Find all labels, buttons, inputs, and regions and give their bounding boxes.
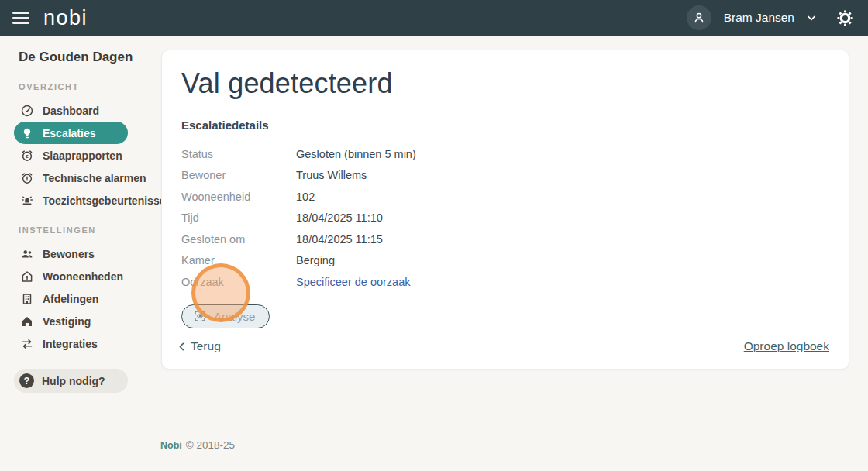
user-avatar[interactable] (687, 5, 711, 30)
detail-label: Gesloten om (181, 233, 296, 246)
question-mark-icon: ? (19, 373, 34, 388)
people-icon (20, 247, 34, 261)
chevron-down-icon[interactable] (805, 12, 818, 24)
sidebar-item-afdelingen[interactable]: Afdelingen (14, 287, 128, 310)
detail-row-gesloten-om: Gesloten om 18/04/2025 11:15 (181, 229, 829, 250)
sidebar-item-toezichtsgebeurtenissen[interactable]: Toezichtsgebeurtenissen (14, 189, 152, 211)
sidebar-item-bewoners[interactable]: Bewoners (14, 242, 128, 265)
detail-value: 18/04/2025 11:15 (296, 233, 383, 246)
home-icon (20, 315, 34, 328)
organization-name: De Gouden Dagen (19, 50, 152, 65)
back-link-label: Terug (191, 339, 221, 353)
detail-value: Gesloten (binnen 5 min) (296, 148, 416, 160)
sidebar-item-wooneenheden[interactable]: Wooneenheden (14, 265, 128, 287)
detail-label: Status (181, 148, 296, 160)
lightbulb-icon (20, 126, 34, 140)
page-title: Val gedetecteerd (181, 67, 829, 100)
detail-row-wooneenheid: Wooneenheid 102 (181, 186, 829, 208)
sidebar-item-label: Afdelingen (43, 293, 98, 305)
detail-value: Berging (296, 254, 335, 266)
detail-label: Kamer (181, 254, 296, 266)
sidebar-item-label: Wooneenheden (43, 270, 123, 283)
detail-row-bewoner: Bewoner Truus Willems (181, 165, 829, 187)
sidebar-item-label: Bewoners (43, 248, 95, 260)
sidebar-item-label: Dashboard (43, 105, 99, 117)
person-icon (691, 10, 707, 26)
detail-value: 102 (296, 191, 315, 203)
detail-row-kamer: Kamer Berging (181, 250, 829, 272)
help-label: Hulp nodig? (42, 375, 105, 387)
sidebar-item-technische-alarmen[interactable]: Technische alarmen (14, 167, 128, 189)
detail-row-oorzaak: Oorzaak Specificeer de oorzaak (181, 271, 829, 293)
sidebar-item-dashboard[interactable]: Dashboard (14, 99, 128, 122)
footer-copyright: © 2018-25 (186, 439, 235, 451)
gear-icon[interactable] (836, 9, 854, 27)
topbar: nobi Bram Jansen (0, 0, 868, 36)
section-title: Escalatiedetails (181, 119, 829, 132)
detail-label: Oorzaak (181, 276, 296, 288)
topbar-user-area: Bram Jansen (687, 5, 854, 30)
detail-label: Tijd (181, 211, 296, 224)
house-lock-icon (20, 270, 34, 284)
sidebar-item-vestiging[interactable]: Vestiging (14, 310, 128, 332)
nav-settings: Bewoners Wooneenheden (14, 242, 152, 355)
sidebar-item-label: Technische alarmen (43, 172, 146, 184)
section-label-settings: INSTELLINGEN (19, 225, 152, 235)
specify-cause-link[interactable]: Specificeer de oorzaak (296, 276, 411, 288)
sidebar-item-slaaprapporten[interactable]: z Slaaprapporten (14, 144, 128, 167)
hamburger-menu-icon[interactable] (12, 12, 29, 24)
footer-brand-link[interactable]: Nobi (160, 440, 182, 451)
detail-value: 18/04/2025 11:10 (296, 211, 383, 224)
section-label-overview: OVERZICHT (19, 82, 152, 91)
svg-text:z: z (26, 153, 29, 159)
help-button[interactable]: ? Hulp nodig? (14, 369, 128, 393)
integration-arrows-icon (20, 337, 34, 351)
nav-overview: Dashboard Escalaties z Slaaprapporten (14, 99, 152, 211)
call-log-link[interactable]: Oproep logboek (744, 339, 829, 353)
building-icon (20, 292, 34, 306)
scan-eye-icon (193, 309, 207, 323)
sidebar-item-label: Toezichtsgebeurtenissen (43, 194, 172, 207)
page-footer: Nobi © 2018-25 (160, 439, 235, 451)
card-footer: Terug Oproep logboek (176, 339, 829, 353)
sidebar-item-label: Vestiging (43, 315, 91, 328)
escalation-detail-card: Val gedetecteerd Escalatiedetails Status… (161, 50, 849, 370)
user-name: Bram Jansen (724, 11, 794, 25)
back-link[interactable]: Terug (176, 339, 221, 353)
sidebar: De Gouden Dagen OVERZICHT Dashboard Esca… (0, 36, 152, 471)
gauge-icon (20, 104, 34, 118)
detail-value: Truus Willems (296, 169, 367, 181)
detail-row-status: Status Gesloten (binnen 5 min) (181, 143, 829, 165)
detail-label: Bewoner (181, 169, 296, 181)
sidebar-item-escalaties[interactable]: Escalaties (14, 122, 128, 144)
sidebar-item-label: Integraties (43, 338, 98, 350)
analyse-button-label: Analyse (214, 310, 255, 323)
technical-alarm-icon (20, 171, 34, 185)
app-logo: nobi (43, 8, 88, 29)
detail-label: Wooneenheid (181, 191, 296, 203)
chevron-left-icon (176, 341, 188, 352)
sleep-alarm-icon: z (20, 149, 34, 163)
detail-row-tijd: Tijd 18/04/2025 11:10 (181, 208, 829, 229)
sidebar-item-integraties[interactable]: Integraties (14, 332, 128, 355)
sidebar-item-label: Escalaties (43, 127, 96, 139)
siren-icon (20, 194, 34, 208)
analyse-button[interactable]: Analyse (181, 304, 270, 328)
sidebar-item-label: Slaaprapporten (43, 150, 122, 162)
